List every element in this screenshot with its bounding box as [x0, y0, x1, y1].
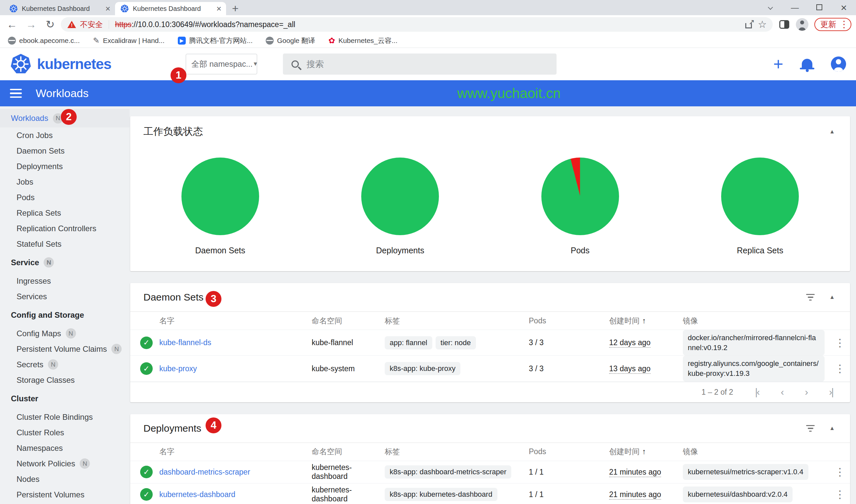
column-header[interactable]: 命名空间 — [312, 316, 385, 326]
column-header[interactable]: Pods — [529, 317, 609, 325]
tab-close-icon[interactable]: × — [216, 4, 222, 13]
sidebar-item-label: Namespaces — [17, 444, 63, 453]
sidebar-item-stateful-sets[interactable]: Stateful Sets — [0, 236, 129, 252]
filter-icon[interactable] — [806, 294, 815, 301]
notifications-bell-icon[interactable] — [802, 59, 813, 69]
new-badge: N — [43, 257, 54, 268]
sidebar-item-secrets[interactable]: SecretsN — [0, 357, 129, 372]
collapse-icon[interactable]: ▲ — [829, 294, 835, 301]
next-page-icon[interactable]: › — [805, 386, 807, 398]
chrome-update-button[interactable]: 更新 ⋮ — [814, 18, 851, 31]
column-header[interactable]: 镜像 — [683, 316, 830, 326]
sidebar-item-namespaces[interactable]: Namespaces — [0, 440, 129, 456]
maximize-button[interactable] — [807, 3, 832, 12]
column-header[interactable]: 创建时间↑ — [609, 447, 683, 457]
bookmark-item[interactable]: ▶腾讯文档-官方网站... — [178, 36, 253, 45]
resource-name-link[interactable]: kube-proxy — [159, 364, 197, 373]
column-header[interactable]: Pods — [529, 447, 609, 456]
sidebar-item-cluster-role-bindings[interactable]: Cluster Role Bindings — [0, 409, 129, 425]
row-menu-icon[interactable]: ⋮ — [830, 488, 850, 501]
minimize-button[interactable]: — — [783, 3, 807, 12]
sidebar-item-services[interactable]: Services — [0, 289, 129, 304]
row-menu-icon[interactable]: ⋮ — [830, 362, 850, 375]
reload-button[interactable]: ↻ — [42, 18, 59, 31]
row-menu-icon[interactable]: ⋮ — [830, 466, 850, 478]
bookmark-star-icon[interactable]: ☆ — [758, 19, 767, 30]
column-header[interactable]: 命名空间 — [312, 447, 385, 457]
created-cell: 12 days ago — [609, 338, 683, 347]
resource-name-link[interactable]: dashboard-metrics-scraper — [159, 468, 250, 476]
bookmark-label: Kubernetes_云容... — [338, 36, 398, 45]
namespace-selector[interactable]: 全部 namespac... ▼ — [186, 54, 257, 74]
namespace-cell: kube-system — [312, 364, 385, 373]
sidebar-item-pods[interactable]: Pods — [0, 190, 129, 205]
column-header[interactable]: 标签 — [385, 447, 529, 457]
deployments-card: Deployments ▲ 名字命名空间标签Pods创建时间↑镜像✓dashbo… — [130, 414, 850, 504]
address-bar[interactable]: ! 不安全 https://10.0.0.10:30649/#/workload… — [61, 17, 773, 32]
row-menu-icon[interactable]: ⋮ — [830, 337, 850, 349]
annotation-badge-1: 1 — [171, 67, 187, 83]
sidebar-item-ingresses[interactable]: Ingresses — [0, 273, 129, 289]
label-chip: app: flannel — [385, 336, 432, 349]
browser-tab-2-active[interactable]: Kubernetes Dashboard × — [115, 2, 226, 15]
bookmark-item[interactable]: ebook.apecome.c... — [8, 37, 80, 44]
hamburger-menu-icon[interactable] — [10, 89, 22, 98]
sidebar-item-cluster-roles[interactable]: Cluster Roles — [0, 425, 129, 440]
sidebar-nav: WorkloadsNCron JobsDaemon SetsDeployment… — [0, 106, 129, 504]
user-account-icon[interactable] — [831, 56, 846, 72]
new-tab-button[interactable]: + — [232, 3, 239, 14]
sidebar-item-persistent-volumes[interactable]: Persistent Volumes — [0, 487, 129, 502]
bookmark-item[interactable]: ✎Excalidraw | Hand... — [93, 37, 164, 44]
globe-icon — [8, 37, 16, 44]
create-resource-button[interactable]: + — [773, 55, 783, 73]
column-header[interactable]: 创建时间↑ — [609, 316, 683, 326]
resource-name-link[interactable]: kubernetes-dashboard — [159, 490, 235, 499]
sidebar-item-persistent-volume-claims[interactable]: Persistent Volume ClaimsN — [0, 341, 129, 357]
sidebar-item-storage-classes[interactable]: Storage Classes — [0, 372, 129, 388]
kubernetes-brand[interactable]: kubernetes — [10, 53, 111, 75]
resource-name-link[interactable]: kube-flannel-ds — [159, 338, 211, 347]
forward-button[interactable]: → — [22, 18, 40, 31]
column-header[interactable]: 名字 — [159, 316, 312, 326]
search-input[interactable]: 搜索 — [283, 54, 557, 75]
first-page-icon[interactable]: |‹ — [755, 386, 759, 398]
browser-tab-1[interactable]: Kubernetes Dashboard × — [4, 2, 115, 15]
sidebar-item-label: Persistent Volume Claims — [17, 344, 107, 354]
sidebar-item-config-maps[interactable]: Config MapsN — [0, 326, 129, 341]
bookmark-item[interactable]: Google 翻译 — [266, 36, 315, 45]
tab-close-icon[interactable]: × — [105, 4, 110, 13]
filter-icon[interactable] — [806, 425, 815, 432]
pie-graphic — [181, 158, 259, 235]
previous-page-icon[interactable]: ‹ — [781, 386, 783, 398]
bookmark-item[interactable]: ✿Kubernetes_云容... — [329, 36, 398, 45]
created-ago-label: 21 minutes ago — [609, 490, 661, 500]
browser-menu-icon[interactable]: ⋮ — [839, 20, 849, 29]
column-header[interactable]: 名字 — [159, 447, 312, 457]
share-icon[interactable] — [745, 20, 754, 29]
column-header[interactable]: 镜像 — [683, 447, 830, 457]
watermark-text: www.yuchaoit.cn — [426, 86, 592, 102]
image-cell: kubernetesui/metrics-scraper:v1.0.4 — [683, 464, 830, 480]
sidebar-item-deployments[interactable]: Deployments — [0, 159, 129, 174]
close-button[interactable]: × — [832, 2, 856, 14]
image-cell: docker.io/rancher/mirrored-flannelcni-fl… — [683, 330, 830, 355]
sidebar-item-replica-sets[interactable]: Replica Sets — [0, 205, 129, 221]
new-badge: N — [66, 328, 76, 339]
sidebar-item-nodes[interactable]: Nodes — [0, 471, 129, 487]
pie-chart-label: Replica Sets — [737, 246, 783, 255]
sidebar-item-replication-controllers[interactable]: Replication Controllers — [0, 221, 129, 236]
not-secure-warning-icon[interactable]: ! — [67, 21, 76, 28]
sidebar-item-jobs[interactable]: Jobs — [0, 174, 129, 190]
side-panel-icon[interactable] — [779, 20, 789, 29]
sidebar-item-network-policies[interactable]: Network PoliciesN — [0, 456, 129, 471]
sidebar-item-cron-jobs[interactable]: Cron Jobs — [0, 127, 129, 143]
last-page-icon[interactable]: ›| — [829, 386, 833, 398]
back-button[interactable]: ← — [3, 18, 20, 31]
tab-search-icon[interactable] — [758, 3, 783, 12]
column-header[interactable]: 标签 — [385, 316, 529, 326]
collapse-icon[interactable]: ▲ — [829, 128, 835, 135]
sidebar-item-daemon-sets[interactable]: Daemon Sets — [0, 143, 129, 159]
divider — [109, 20, 109, 29]
collapse-icon[interactable]: ▲ — [829, 425, 835, 432]
browser-profile-avatar[interactable] — [796, 18, 808, 31]
